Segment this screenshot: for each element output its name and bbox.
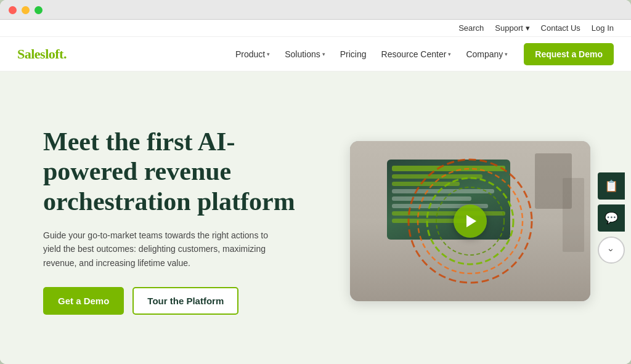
desk-item-2 [563, 178, 584, 252]
hero-buttons: Get a Demo Tour the Platform [43, 287, 302, 315]
request-demo-button[interactable]: Request a Demo [524, 43, 614, 65]
chat-float-button[interactable]: 💬 [598, 204, 625, 232]
nav-links: Product ▾ Solutions ▾ Pricing Resource C… [229, 44, 514, 64]
product-chevron-icon: ▾ [267, 51, 270, 57]
monitor-row-4 [392, 196, 471, 201]
support-link[interactable]: Support ▾ [495, 23, 529, 33]
copy-float-button[interactable]: 📋 [598, 172, 625, 200]
scroll-down-button[interactable]: › [598, 237, 625, 264]
nav-company[interactable]: Company ▾ [460, 44, 514, 64]
hero-subtitle: Guide your go-to-market teams towards th… [43, 229, 277, 270]
login-link[interactable]: Log In [592, 23, 614, 33]
main-nav: Salesloft. Product ▾ Solutions ▾ Pricing… [0, 37, 631, 71]
video-container[interactable] [350, 141, 590, 301]
hero-section: Meet the first AI-powered revenue orches… [0, 71, 631, 364]
traffic-light-red[interactable] [9, 6, 17, 14]
monitor-overlay [387, 160, 510, 240]
company-chevron-icon: ▾ [505, 51, 508, 57]
nav-solutions[interactable]: Solutions ▾ [279, 44, 332, 64]
floating-sidebar: 📋 💬 › [598, 172, 631, 264]
chevron-down-icon: › [606, 248, 616, 251]
hero-text: Meet the first AI-powered revenue orches… [43, 127, 302, 315]
get-demo-button[interactable]: Get a Demo [43, 287, 124, 315]
traffic-light-yellow[interactable] [22, 6, 30, 14]
browser-window: Search Support ▾ Contact Us Log In Sales… [0, 0, 631, 364]
nav-pricing[interactable]: Pricing [334, 44, 373, 64]
play-button[interactable] [454, 204, 487, 238]
nav-resource-center[interactable]: Resource Center ▾ [375, 44, 458, 64]
monitor-row-3 [392, 189, 494, 193]
monitor-row-6 [392, 211, 505, 216]
hero-title: Meet the first AI-powered revenue orches… [43, 127, 302, 216]
logo[interactable]: Salesloft. [17, 46, 67, 62]
solutions-chevron-icon: ▾ [322, 51, 325, 57]
monitor-rows [387, 160, 510, 229]
tour-platform-button[interactable]: Tour the Platform [132, 287, 238, 315]
contact-link[interactable]: Contact Us [541, 23, 580, 33]
browser-body: Search Support ▾ Contact Us Log In Sales… [0, 20, 631, 364]
chat-icon: 💬 [605, 211, 618, 225]
utility-bar: Search Support ▾ Contact Us Log In [0, 20, 631, 37]
hero-media [327, 141, 614, 301]
logo-dot: . [63, 46, 67, 62]
browser-chrome [0, 0, 631, 20]
monitor-row-2 [392, 182, 460, 186]
nav-product[interactable]: Product ▾ [229, 44, 276, 64]
monitor-row-1 [392, 174, 482, 179]
support-chevron-icon: ▾ [526, 23, 530, 33]
search-link[interactable]: Search [458, 23, 484, 33]
resource-chevron-icon: ▾ [448, 51, 451, 57]
video-background [350, 141, 590, 301]
copy-icon: 📋 [605, 179, 618, 193]
traffic-light-green[interactable] [35, 6, 43, 14]
monitor-row-header [392, 166, 505, 171]
